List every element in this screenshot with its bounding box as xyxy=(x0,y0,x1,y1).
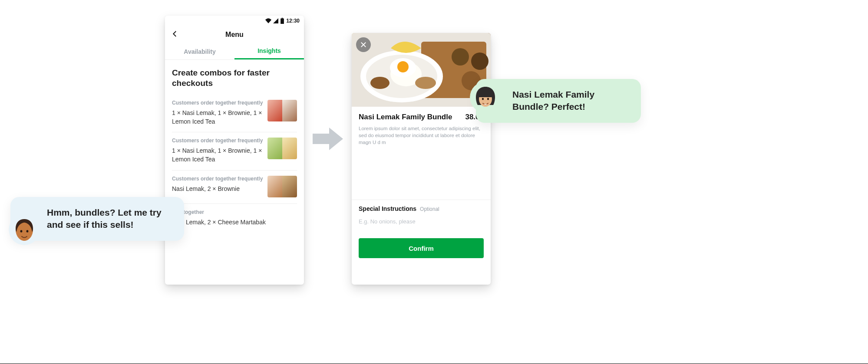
menu-tabs: Availability Insights xyxy=(165,43,304,60)
combo-caption: Customers order together frequently xyxy=(172,138,263,144)
special-instructions-input[interactable] xyxy=(359,216,484,227)
arrow-icon xyxy=(313,126,343,154)
special-instructions-label: Special Instructions xyxy=(359,205,416,212)
svg-point-20 xyxy=(487,98,489,100)
confirm-button[interactable]: Confirm xyxy=(359,238,484,258)
customer-quote: Nasi Lemak Family Bundle? Perfect! xyxy=(512,89,594,111)
svg-point-11 xyxy=(397,61,409,72)
battery-icon xyxy=(280,18,284,24)
svg-point-13 xyxy=(415,77,436,89)
wifi-icon xyxy=(265,18,271,23)
combo-items: Nasi Lemak, 2 × Cheese Martabak xyxy=(172,218,297,226)
status-time: 12:30 xyxy=(286,18,300,24)
combo-thumbnail xyxy=(267,100,297,121)
tab-availability[interactable]: Availability xyxy=(165,43,234,59)
insights-content: Create combos for faster checkouts Custo… xyxy=(165,60,304,233)
combo-card[interactable]: well together Nasi Lemak, 2 × Cheese Mar… xyxy=(172,204,297,233)
customer-app-screen: Nasi Lemak Family Bundle 38.00 Lorem ips… xyxy=(352,33,491,285)
combo-thumbnail xyxy=(267,176,297,197)
merchant-quote: Hmm, bundles? Let me try and see if this… xyxy=(47,207,162,230)
combo-caption: well together xyxy=(172,209,297,215)
close-icon xyxy=(360,41,367,48)
customer-speech-bubble: Nasi Lemak Family Bundle? Perfect! xyxy=(476,79,641,123)
customer-avatar xyxy=(470,82,501,113)
page-title: Menu xyxy=(171,31,298,39)
insights-heading: Create combos for faster checkouts xyxy=(172,68,297,89)
svg-point-15 xyxy=(20,230,23,233)
combo-items: 1 × Nasi Lemak, 1 × Brownie, 1 × Lemon I… xyxy=(172,146,263,164)
combo-card[interactable]: Customers order together frequently 1 × … xyxy=(172,132,297,171)
svg-rect-0 xyxy=(281,19,284,24)
svg-rect-1 xyxy=(282,18,283,19)
merchant-app-screen: 12:30 Menu Availability Insights Create … xyxy=(165,16,304,285)
svg-point-12 xyxy=(370,77,389,89)
tab-insights[interactable]: Insights xyxy=(234,43,304,59)
merchant-avatar xyxy=(9,214,40,245)
svg-point-19 xyxy=(482,98,484,100)
combo-caption: Customers order together frequently xyxy=(172,176,263,182)
signal-icon xyxy=(273,18,278,23)
close-button[interactable] xyxy=(356,37,371,52)
illustration-stage: 12:30 Menu Availability Insights Create … xyxy=(0,0,868,364)
combo-items: Nasi Lemak, 2 × Brownie xyxy=(172,184,263,193)
svg-point-4 xyxy=(452,48,469,66)
product-title: Nasi Lemak Family Bundle xyxy=(359,113,452,121)
combo-thumbnail xyxy=(267,138,297,159)
combo-card[interactable]: Customers order together frequently Nasi… xyxy=(172,171,297,204)
combo-card[interactable]: Customers order together frequently 1 × … xyxy=(172,95,297,133)
status-bar: 12:30 xyxy=(165,16,304,26)
app-header: Menu xyxy=(165,26,304,43)
merchant-speech-bubble: Hmm, bundles? Let me try and see if this… xyxy=(10,197,184,241)
svg-point-16 xyxy=(26,230,29,233)
optional-label: Optional xyxy=(420,206,439,212)
svg-point-5 xyxy=(471,52,488,70)
product-description: Lorem ipsum dolor sit amet, consectetur … xyxy=(359,125,484,146)
combo-items: 1 × Nasi Lemak, 1 × Brownie, 1 × Lemon I… xyxy=(172,108,263,126)
combo-caption: Customers order together frequently xyxy=(172,100,263,106)
